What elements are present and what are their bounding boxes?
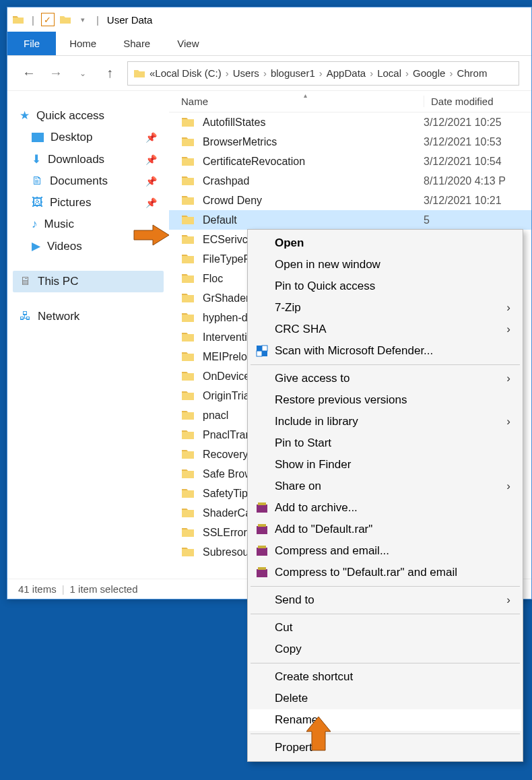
menu-send-to[interactable]: Send to› [249,589,521,611]
file-name: CertificateRevocation [203,156,424,168]
bc-item[interactable]: Users [233,67,259,79]
file-name: BrowserMetrics [203,136,424,148]
folder-icon [181,506,196,521]
mi-label: 7-Zip [275,301,301,315]
tab-share[interactable]: Share [110,32,164,55]
folder-icon [181,252,196,267]
sidebar-pictures[interactable]: 🖼Pictures📌 [13,192,164,214]
mi-label: Show in Finder [275,458,351,472]
menu-include-library[interactable]: Include in library› [249,411,521,432]
table-row[interactable]: BrowserMetrics3/12/2021 10:53 [169,132,531,152]
bc-item[interactable]: Local Disk (C:) [155,67,221,79]
sidebar-item-label: Quick access [36,109,104,123]
file-name: Crashpad [203,175,424,187]
menu-compress-rar-email[interactable]: Compress to "Default.rar" and email [249,562,521,583]
menu-properties[interactable]: Propert [249,737,521,758]
mi-label: Delete [275,692,308,705]
qat-sep: | [32,14,34,26]
menu-share-on[interactable]: Share on› [249,476,521,497]
back-button[interactable]: ← [20,64,38,83]
shield-icon [255,344,269,358]
chevron-right-icon: › [506,301,510,315]
bc-item[interactable]: Local [377,67,401,79]
table-row[interactable]: CertificateRevocation3/12/2021 10:54 [169,152,531,171]
sidebar-quick-access[interactable]: ★Quick access [13,104,164,127]
folder-icon [181,291,196,306]
mi-label: Restore previous versions [275,393,407,407]
bc-item[interactable]: Google [413,67,445,79]
menu-cut[interactable]: Cut [249,617,521,639]
mi-label: Copy [275,643,302,656]
up-button[interactable]: ↑ [100,64,119,83]
chevron-right-icon: › [506,372,510,385]
sidebar-item-label: Desktop [51,131,92,144]
mi-label: Share on [275,480,321,493]
tab-home[interactable]: Home [56,32,110,55]
bc-item[interactable]: AppData [327,67,366,79]
status-selected: 1 item selected [70,583,138,595]
menu-add-rar[interactable]: Add to "Default.rar" [249,519,521,540]
sidebar-item-label: Network [38,310,79,323]
svg-rect-3 [262,351,267,356]
sidebar-this-pc[interactable]: 🖥This PC [13,271,164,292]
sidebar-downloads[interactable]: ⬇Downloads📌 [13,148,164,170]
network-icon: 🖧 [20,310,31,323]
col-name[interactable]: Name [169,96,424,107]
recent-dropdown[interactable]: ⌄ [73,64,92,83]
folder-icon [181,135,196,150]
col-date[interactable]: Date modified [424,96,531,107]
menu-crc-sha[interactable]: CRC SHA› [249,319,521,340]
forward-button[interactable]: → [46,64,65,83]
menu-add-archive[interactable]: Add to archive... [249,497,521,519]
menu-compress-email[interactable]: Compress and email... [249,540,521,562]
folder-icon [181,447,196,462]
bc-item[interactable]: « [149,67,155,79]
menu-create-shortcut[interactable]: Create shortcut [249,666,521,688]
archive-icon [255,522,269,537]
menu-pin-quick-access[interactable]: Pin to Quick access [249,275,521,297]
menu-rename[interactable]: Rename [249,709,521,731]
svg-rect-6 [257,526,267,534]
qat-dropdown-icon[interactable]: ▾ [76,13,90,26]
sidebar-item-label: Documents [50,174,108,188]
breadcrumb[interactable]: « Local Disk (C:)› Users› bloguser1› App… [127,61,519,86]
sidebar-network[interactable]: 🖧Network [13,306,164,327]
menu-pin-start[interactable]: Pin to Start [249,432,521,454]
mi-label: Add to archive... [275,501,358,515]
table-row[interactable]: Crashpad8/11/2020 4:13 P [169,171,531,191]
menu-restore-versions[interactable]: Restore previous versions [249,389,521,411]
bc-item[interactable]: Chrom [457,67,487,79]
table-row[interactable]: Crowd Deny3/12/2021 10:21 [169,191,531,210]
menu-7zip[interactable]: 7-Zip› [249,297,521,319]
file-date: 5 [424,214,531,226]
sidebar-documents[interactable]: 🗎Documents📌 [13,170,164,192]
pin-icon: 📌 [145,176,157,187]
folder-icon [181,350,196,364]
chevron-right-icon: › [506,480,510,493]
menu-open[interactable]: Open [249,232,521,254]
file-date: 3/12/2021 10:25 [424,117,531,129]
menu-give-access[interactable]: Give access to› [249,368,521,389]
mi-label: Compress and email... [275,544,389,558]
folder-icon [181,174,196,189]
menu-defender[interactable]: Scan with Microsoft Defender... [249,340,521,362]
menu-copy[interactable]: Copy [249,639,521,660]
table-row[interactable]: AutofillStates3/12/2021 10:25 [169,112,531,132]
folder-icon [181,408,196,423]
menu-show-finder[interactable]: Show in Finder [249,454,521,476]
menu-delete[interactable]: Delete [249,688,521,709]
file-date: 3/12/2021 10:54 [424,156,531,168]
mi-label: Pin to Quick access [275,280,375,293]
pin-icon: 📌 [145,197,157,208]
folder-icon [11,13,25,26]
checkbox-icon[interactable]: ✓ [41,13,55,26]
sidebar-desktop[interactable]: Desktop📌 [13,127,164,148]
bc-item[interactable]: bloguser1 [271,67,315,79]
tab-file[interactable]: File [7,32,56,55]
tab-view[interactable]: View [164,32,212,55]
table-row[interactable]: Default5 [169,210,531,230]
menu-open-new-window[interactable]: Open in new window [249,254,521,275]
svg-rect-8 [257,548,267,556]
folder-icon [181,232,196,247]
folder-icon [181,428,196,443]
